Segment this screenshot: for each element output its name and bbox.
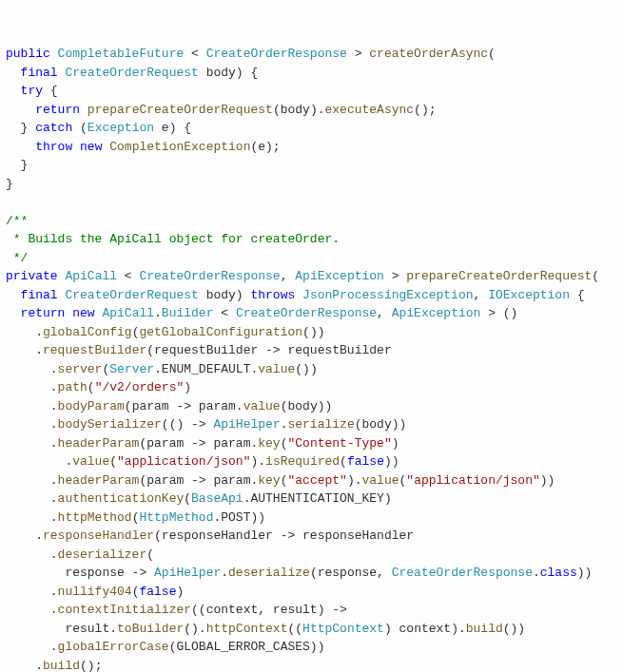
- code-token-method: globalConfig: [43, 325, 132, 339]
- code-token-method: value: [362, 473, 399, 488]
- code-token-pl: .ENUM_DEFAULT.: [154, 362, 258, 376]
- code-token-type: CreateOrderResponse: [206, 47, 347, 61]
- code-token-pl: (: [146, 547, 154, 562]
- code-token-kw: try: [21, 84, 43, 98]
- code-token-pl: .: [6, 547, 58, 562]
- code-token-pl: .: [6, 491, 58, 506]
- code-token-comment: /**: [6, 214, 28, 228]
- code-token-pl: ()): [295, 362, 317, 376]
- code-token-str: "accept": [287, 473, 346, 488]
- code-token-pl: (body)): [281, 399, 333, 413]
- code-token-pl: (param -> param.: [139, 473, 258, 488]
- code-token-str: "application/json": [117, 454, 250, 469]
- code-token-pl: {: [570, 288, 585, 302]
- code-token-str: "application/json": [406, 473, 539, 488]
- code-token-pl: }: [6, 177, 13, 191]
- code-token-method: bodyParam: [58, 399, 125, 413]
- code-token-method: getGlobalConfiguration: [139, 325, 302, 339]
- code-token-method: build: [466, 622, 503, 636]
- code-token-pl: ): [184, 380, 191, 394]
- code-token-method: prepareCreateOrderRequest: [88, 103, 273, 117]
- code-token-method: createOrderAsync: [369, 47, 488, 61]
- code-block: public CompletableFuture < CreateOrderRe…: [6, 45, 617, 672]
- code-token-kw: return: [35, 103, 88, 117]
- code-token-pl: e) {: [154, 121, 191, 135]
- code-token-pl: ()): [503, 622, 525, 636]
- code-token-method: requestBuilder: [43, 343, 146, 357]
- code-token-kw: class: [540, 566, 577, 580]
- code-token-pl: ): [176, 585, 184, 599]
- code-token-pl: )): [384, 454, 399, 469]
- code-token-type: Exception: [88, 121, 154, 135]
- code-token-pl: .: [6, 362, 58, 376]
- code-token-pl: .: [6, 528, 43, 543]
- code-token-pl: (: [72, 121, 88, 135]
- code-token-pl: [6, 140, 35, 154]
- code-token-pl: <: [213, 306, 235, 320]
- code-token-method: nullify404: [58, 585, 132, 599]
- code-token-pl: }: [6, 121, 35, 135]
- code-token-method: globalErrorCase: [58, 640, 169, 654]
- code-token-kw: false: [139, 585, 176, 599]
- code-token-pl: > (): [480, 306, 517, 320]
- code-token-type: ApiHelper: [213, 417, 280, 432]
- code-token-type: BaseApi: [191, 491, 243, 506]
- code-token-method: key: [258, 473, 280, 488]
- code-token-pl: (body).: [273, 103, 325, 117]
- code-token-method: executeAsync: [324, 103, 414, 117]
- code-token-pl: .: [6, 380, 58, 394]
- code-token-pl: (requestBuilder -> requestBuilder: [146, 343, 391, 357]
- code-token-method: isRequired: [265, 454, 340, 469]
- code-token-pl: [6, 84, 21, 98]
- code-token-method: httpMethod: [58, 510, 132, 525]
- code-token-pl: (: [592, 269, 599, 283]
- code-token-pl: body) {: [199, 66, 258, 80]
- code-token-pl: (: [109, 454, 117, 469]
- code-token-pl: result.: [6, 622, 117, 636]
- code-token-pl: .: [6, 454, 72, 469]
- code-token-pl: body): [199, 288, 251, 302]
- code-token-method: responseHandler: [43, 528, 154, 543]
- code-token-type: CreateOrderResponse: [392, 566, 533, 580]
- code-token-type: ApiCall: [65, 269, 117, 283]
- code-token-type: CreateOrderRequest: [65, 288, 198, 302]
- code-token-kw: final: [21, 66, 66, 80]
- code-token-method: prepareCreateOrderRequest: [406, 269, 592, 283]
- code-token-pl: (response,: [310, 566, 392, 580]
- code-token-pl: .: [154, 306, 162, 320]
- code-token-pl: .AUTHENTICATION_KEY): [243, 491, 392, 506]
- code-token-pl: ,: [281, 269, 296, 283]
- code-token-comment: * Builds the ApiCall object for createOr…: [6, 232, 340, 246]
- code-token-pl: [6, 66, 21, 80]
- code-token-type: CreateOrderRequest: [65, 66, 198, 80]
- code-token-type: JsonProcessingException: [302, 288, 473, 302]
- code-token-pl: >: [384, 269, 406, 283]
- code-token-kw: false: [347, 454, 384, 469]
- code-token-type: ApiCall: [102, 306, 154, 320]
- code-token-type: CreateOrderResponse: [236, 306, 377, 320]
- code-token-pl: .: [6, 343, 43, 357]
- code-token-method: server: [58, 362, 103, 376]
- code-token-pl: ()): [302, 325, 324, 339]
- code-token-pl: response ->: [6, 566, 154, 580]
- code-token-str: "/v2/orders": [95, 380, 185, 394]
- code-token-pl: .: [6, 659, 43, 673]
- code-token-pl: ().: [184, 622, 205, 636]
- code-token-type: Builder: [162, 306, 214, 320]
- code-token-pl: }: [6, 158, 28, 172]
- code-token-pl: .: [6, 436, 58, 451]
- code-token-pl: ).: [250, 454, 265, 469]
- code-token-kw: private: [6, 269, 65, 283]
- code-token-pl: ) context).: [384, 622, 466, 636]
- code-token-pl: .: [6, 399, 58, 413]
- code-token-pl: (param -> param.: [125, 399, 243, 413]
- code-token-method: bodySerializer: [58, 417, 162, 432]
- code-token-pl: (: [184, 491, 191, 506]
- code-token-method: toBuilder: [117, 622, 184, 636]
- code-token-pl: (e);: [250, 140, 280, 154]
- code-token-pl: ((: [287, 622, 302, 636]
- code-token-type: Server: [109, 362, 154, 376]
- code-token-pl: .: [6, 585, 58, 599]
- code-token-pl: <: [117, 269, 139, 283]
- code-token-type: HttpContext: [302, 622, 384, 636]
